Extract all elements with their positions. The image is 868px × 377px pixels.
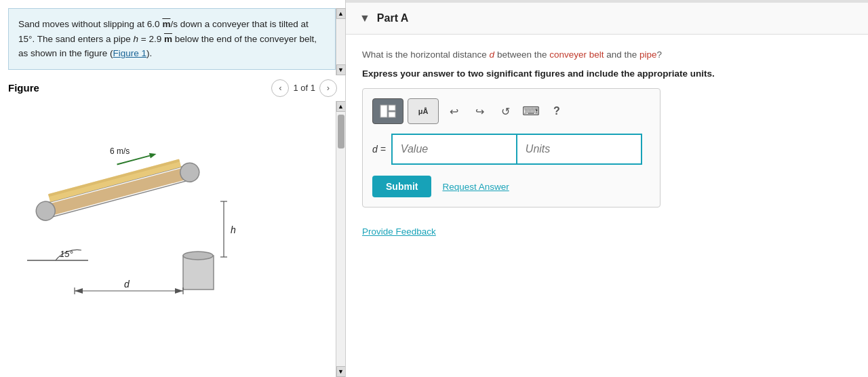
prev-figure-btn[interactable]: ‹ — [271, 79, 289, 97]
action-row: Submit Request Answer — [372, 176, 650, 197]
fig-scroll-down[interactable]: ▼ — [336, 366, 346, 377]
figure-svg: 15° 6 m/s h — [7, 101, 319, 298]
fig-scroll-up[interactable]: ▲ — [336, 101, 346, 112]
part-header: ▼ Part A — [346, 3, 868, 35]
answer-box: μÅ ↩ ↪ ↺ ⌨ ? d = Submit Request Answer — [362, 88, 660, 207]
instructions: Express your answer to two significant f… — [362, 68, 852, 79]
svg-rect-24 — [389, 105, 395, 111]
svg-marker-20 — [75, 288, 83, 294]
right-panel: ▼ Part A What is the horizontal distance… — [346, 0, 868, 377]
refresh-btn[interactable]: ↺ — [494, 100, 516, 122]
help-btn[interactable]: ? — [546, 100, 568, 122]
problem-text: Sand moves without slipping at 6.0 m/s d… — [8, 8, 336, 70]
svg-text:d: d — [124, 279, 130, 290]
svg-text:15°: 15° — [60, 249, 73, 259]
svg-marker-21 — [175, 288, 183, 294]
collapse-arrow[interactable]: ▼ — [359, 12, 370, 24]
svg-marker-9 — [149, 151, 157, 158]
d-label: d = — [372, 144, 386, 155]
svg-rect-25 — [389, 112, 395, 117]
scroll-down-btn[interactable]: ▼ — [336, 64, 346, 75]
value-input[interactable] — [391, 134, 517, 165]
svg-text:h: h — [231, 224, 236, 235]
question-area: What is the horizontal distance d betwee… — [346, 35, 868, 250]
figure-title: Figure — [8, 82, 271, 94]
request-answer-link[interactable]: Request Answer — [442, 182, 509, 192]
left-panel: Sand moves without slipping at 6.0 m/s d… — [0, 0, 346, 377]
provide-feedback-link[interactable]: Provide Feedback — [362, 226, 852, 237]
units-input[interactable] — [517, 134, 642, 165]
svg-rect-23 — [380, 105, 387, 117]
svg-text:6 m/s: 6 m/s — [110, 146, 130, 156]
part-title: Part A — [377, 12, 409, 24]
page-indicator: 1 of 1 — [293, 83, 315, 93]
figure-nav: ‹ 1 of 1 › — [271, 79, 337, 97]
svg-line-8 — [117, 155, 150, 164]
question-text: What is the horizontal distance d betwee… — [362, 48, 852, 62]
redo-btn[interactable]: ↪ — [469, 100, 490, 122]
next-figure-btn[interactable]: › — [319, 79, 337, 97]
figure-scrollbar: ▲ ▼ — [336, 101, 345, 377]
svg-rect-15 — [183, 256, 214, 290]
figure-1-link[interactable]: Figure 1 — [113, 48, 147, 58]
undo-btn[interactable]: ↩ — [443, 100, 465, 122]
toolbar: μÅ ↩ ↪ ↺ ⌨ ? — [372, 98, 650, 124]
svg-point-16 — [183, 252, 213, 260]
units-btn[interactable]: μÅ — [408, 98, 439, 124]
scroll-up-btn[interactable]: ▲ — [336, 8, 346, 19]
submit-btn[interactable]: Submit — [372, 176, 431, 197]
keyboard-btn[interactable]: ⌨ — [520, 100, 542, 122]
template-btn[interactable] — [372, 98, 403, 124]
input-row: d = — [372, 134, 650, 165]
figure-header: Figure ‹ 1 of 1 › — [0, 75, 345, 101]
